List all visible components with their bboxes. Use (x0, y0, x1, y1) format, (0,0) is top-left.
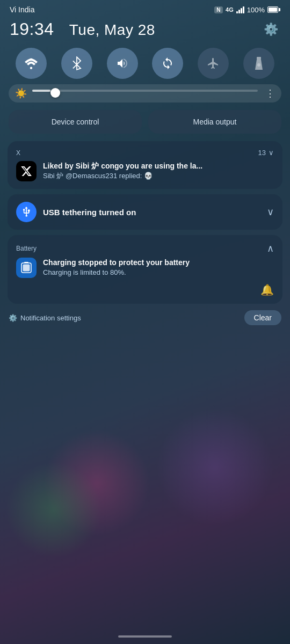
device-control-button[interactable]: Device control (9, 110, 142, 134)
usb-notif-body: USB tethering turned on ∨ (16, 202, 274, 222)
battery-icon (267, 6, 280, 13)
battery-notif-header: Battery ∧ (16, 243, 274, 254)
twitter-notif-body: Liked by Sibi 炉 congo you are using the … (16, 161, 274, 181)
battery-notif-body: Charging stopped to protect your battery… (16, 258, 274, 278)
notification-footer: ⚙️ Notification settings Clear (9, 310, 281, 325)
brightness-more-icon[interactable]: ⋮ (263, 87, 275, 99)
battery-notif-text: Charging stopped to protect your battery… (43, 258, 274, 277)
date-display: Tue, May 28 (69, 21, 155, 38)
chevron-down-icon: ∨ (269, 149, 274, 157)
network-type: 4G (226, 6, 234, 13)
notification-panel: X 13 ∨ Liked by Sibi 炉 congo you are usi… (8, 141, 282, 304)
usb-app-icon (16, 202, 37, 222)
twitter-app-icon (16, 161, 37, 181)
svg-rect-7 (23, 265, 30, 272)
twitter-notif-text: Liked by Sibi 炉 congo you are using the … (43, 161, 274, 181)
usb-notif-title: USB tethering turned on (43, 208, 260, 217)
quick-tiles-row (0, 45, 290, 84)
battery-app-icon (16, 258, 37, 278)
battery-percent: 100% (247, 6, 265, 14)
notification-settings-button[interactable]: ⚙️ Notification settings (9, 314, 81, 322)
gear-icon: ⚙️ (9, 314, 17, 322)
twitter-notif-header: X 13 ∨ (16, 149, 274, 157)
battery-chevron-up-icon[interactable]: ∧ (267, 243, 274, 254)
notification-settings-label: Notification settings (20, 314, 81, 322)
twitter-notification[interactable]: X 13 ∨ Liked by Sibi 炉 congo you are usi… (8, 141, 282, 189)
svg-point-4 (257, 63, 260, 67)
battery-notification[interactable]: Battery ∧ Charging stopped to protect yo… (8, 235, 282, 304)
brightness-track[interactable] (32, 90, 258, 92)
svg-point-0 (30, 67, 32, 69)
brightness-icon: ☀️ (15, 87, 27, 99)
home-indicator[interactable] (118, 635, 172, 638)
brightness-slider[interactable]: ☀️ ⋮ (9, 84, 281, 103)
twitter-notif-subtitle: Sibi 炉 @Demascus231 replied: 💀 (43, 172, 274, 181)
tile-sound[interactable] (107, 48, 138, 79)
twitter-notif-count: 13 (258, 149, 266, 157)
tile-flashlight[interactable] (243, 48, 274, 79)
control-buttons-row: Device control Media output (9, 110, 281, 134)
tile-sync[interactable] (152, 48, 183, 79)
tile-airplane[interactable] (198, 48, 229, 79)
tile-wifi[interactable] (16, 48, 47, 79)
carrier-label: Vi India (10, 5, 34, 14)
svg-line-2 (73, 64, 77, 68)
usb-chevron-down-icon[interactable]: ∨ (267, 206, 274, 218)
battery-notif-title: Charging stopped to protect your battery (43, 258, 274, 267)
clear-button[interactable]: Clear (244, 310, 281, 325)
svg-rect-3 (257, 57, 261, 60)
datetime-text: 19:34 Tue, May 28 (10, 19, 155, 39)
usb-tethering-notification[interactable]: USB tethering turned on ∨ (8, 194, 282, 230)
time-display: 19:34 (10, 19, 54, 39)
notification-mute-icon[interactable]: 🔔 (260, 283, 274, 296)
datetime-row: 19:34 Tue, May 28 ⚙️ (0, 17, 290, 45)
nfc-icon: N (214, 6, 223, 13)
media-output-button[interactable]: Media output (148, 110, 281, 134)
twitter-notif-title: Liked by Sibi 炉 congo you are using the … (43, 161, 274, 171)
svg-line-1 (73, 61, 77, 64)
status-right: N 4G 100% (214, 6, 280, 14)
battery-category-label: Battery (16, 245, 37, 252)
status-bar: Vi India N 4G 100% (0, 0, 290, 17)
settings-button[interactable]: ⚙️ (261, 20, 280, 39)
tile-bluetooth[interactable] (61, 48, 92, 79)
battery-notif-subtitle: Charging is limited to 80%. (43, 268, 274, 277)
twitter-app-name: X (16, 149, 20, 157)
twitter-count-chevron[interactable]: 13 ∨ (258, 149, 274, 157)
brightness-thumb[interactable] (50, 88, 60, 98)
signal-icon (236, 6, 244, 13)
